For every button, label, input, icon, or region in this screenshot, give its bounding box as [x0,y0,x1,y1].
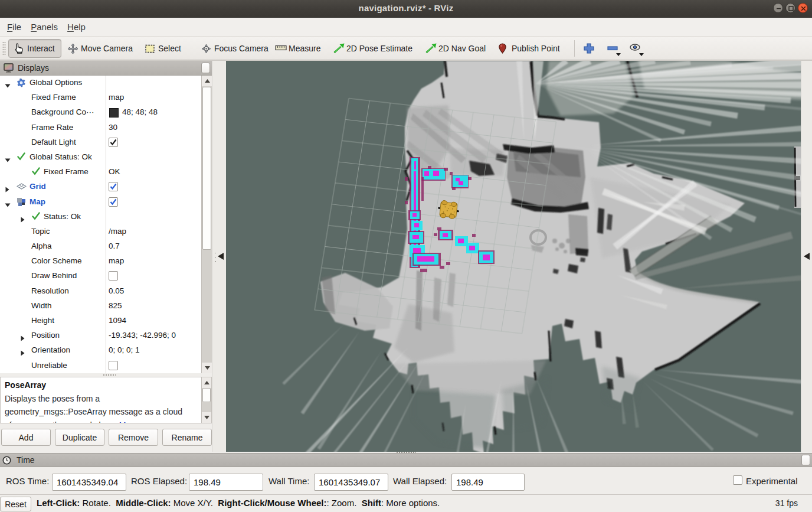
tree-row-color-scheme[interactable]: Color Schememap [0,254,201,269]
checkbox-unchecked[interactable] [109,271,118,281]
expander-right[interactable] [20,333,25,344]
property-value[interactable]: 0.05 [109,286,124,295]
experimental-checkbox[interactable] [733,475,742,485]
tree-row-fixed-frame[interactable]: Fixed Framemap [0,90,201,105]
tool-2d-pose-estimate[interactable]: 2D Pose Estimate [333,39,412,58]
tool-publish-point[interactable]: Publish Point [498,39,560,58]
time-field-input[interactable]: 198.49 [451,474,525,491]
remove-tool-dropdown-arrow[interactable] [616,53,621,56]
expander-right[interactable] [20,214,25,225]
status-hint-text: Left-Click: Rotate. Middle-Click: Move X… [37,498,440,508]
property-value[interactable]: 0.7 [109,242,120,250]
checkbox-checked[interactable] [109,197,118,207]
collapse-left-arrow[interactable] [218,253,224,260]
tree-row-map[interactable]: Map [0,195,201,210]
tree-row-unreliable[interactable]: Unreliable [0,358,201,373]
desc-scroll-thumb[interactable] [202,388,211,402]
tool-visibility-dropdown-arrow[interactable] [639,53,644,56]
tree-row-frame-rate[interactable]: Frame Rate30 [0,120,201,135]
desc-scroll-up[interactable] [202,377,212,388]
expander-right[interactable] [5,184,9,195]
tree-row-alpha[interactable]: Alpha0.7 [0,239,201,254]
right-splitter[interactable] [801,61,812,452]
property-value[interactable]: OK [109,167,120,176]
menu-help[interactable]: Help [63,19,90,35]
tree-row-width[interactable]: Width825 [0,299,201,314]
tree-row-global-options[interactable]: Global Options [0,76,201,90]
expander-down[interactable] [5,200,11,210]
property-value[interactable]: 1094 [109,316,126,325]
duplicate-button[interactable]: Duplicate [55,429,104,446]
tree-row-draw-behind[interactable]: Draw Behind [0,269,201,283]
tree-row-background-co-[interactable]: Background Co···48; 48; 48 [0,105,201,120]
tool-select[interactable]: Select [145,39,181,58]
displays-float-button[interactable] [201,63,210,73]
maximize-button[interactable] [785,3,795,13]
property-value[interactable]: 825 [109,301,122,310]
time-field-input[interactable]: 1601435349.04 [52,474,126,491]
property-value[interactable]: 0; 0; 0; 1 [109,345,140,354]
tool-2d-nav-goal[interactable]: 2D Nav Goal [425,39,486,58]
color-swatch[interactable] [109,108,119,118]
remove-tool-button[interactable] [604,40,621,57]
toolbar: Interact Move Camera Select Focus Camera… [0,37,812,60]
gear-icon [17,78,26,87]
tree-row-topic[interactable]: Topic/map [0,224,201,239]
time-panel-header[interactable]: Time [0,453,812,467]
tool-focus-camera[interactable]: Focus Camera [201,39,269,58]
left-splitter[interactable] [212,61,226,452]
collapse-right-arrow[interactable] [804,253,810,260]
minimize-button[interactable] [773,3,783,13]
property-value[interactable]: map [109,93,124,102]
more-link[interactable]: More... [119,420,145,424]
reset-button[interactable]: Reset [0,497,31,511]
tree-row-status-ok[interactable]: Status: Ok [0,210,201,224]
menu-file[interactable]: File [2,19,26,35]
time-field-input[interactable]: 1601435349.07 [314,474,388,491]
checkbox-checked[interactable] [109,182,118,191]
tool-visibility-button[interactable] [627,40,643,57]
desc-scroll-down[interactable] [202,412,212,423]
description-scrollbar[interactable] [201,377,211,423]
menu-panels[interactable]: Panels [26,19,63,35]
property-value[interactable]: 48; 48; 48 [122,107,158,116]
close-icon [800,5,807,12]
tool-move-camera[interactable]: Move Camera [67,39,133,58]
expander-down[interactable] [5,80,11,91]
property-value[interactable]: 30 [109,123,117,132]
expander-down[interactable] [5,155,11,165]
scroll-up-button[interactable] [202,76,212,86]
add-button[interactable]: Add [1,429,51,446]
time-field-input[interactable]: 198.49 [189,474,263,491]
property-value[interactable]: /map [109,227,126,236]
tree-row-grid[interactable]: Grid [0,180,201,194]
tree-row-resolution[interactable]: Resolution0.05 [0,284,201,299]
checkbox-checked[interactable] [109,138,118,147]
displays-scrollbar[interactable] [201,76,212,373]
tree-row-position[interactable]: Position-19.343; -42.996; 0 [0,328,201,343]
rename-button[interactable]: Rename [162,429,212,446]
property-value[interactable]: map [109,256,124,265]
status-segment: Rotate. [80,498,116,508]
tree-row-fixed-frame[interactable]: Fixed FrameOK [0,165,201,180]
displays-panel-header[interactable]: Displays [0,61,212,76]
tree-row-default-light[interactable]: Default Light [0,135,201,150]
tree-row-height[interactable]: Height1094 [0,314,201,328]
tree-row-global-status-ok[interactable]: Global Status: Ok [0,150,201,165]
time-float-button[interactable] [801,455,810,465]
3d-viewport[interactable] [226,61,801,452]
expander-right[interactable] [20,348,25,358]
remove-button[interactable]: Remove [109,429,158,446]
property-value[interactable]: -19.343; -42.996; 0 [109,331,176,340]
toolbar-drag-handle[interactable] [2,41,6,56]
checkbox-unchecked[interactable] [109,361,118,370]
tree-row-orientation[interactable]: Orientation0; 0; 0; 1 [0,343,201,358]
add-tool-button[interactable] [581,40,597,57]
tool-measure[interactable]: Measure [275,39,320,58]
close-button[interactable] [798,3,808,13]
clock-icon [2,456,11,465]
scroll-down-button[interactable] [202,363,212,373]
tool-label: Focus Camera [214,44,269,53]
tool-interact[interactable]: Interact [8,39,61,58]
scroll-thumb[interactable] [202,87,211,250]
